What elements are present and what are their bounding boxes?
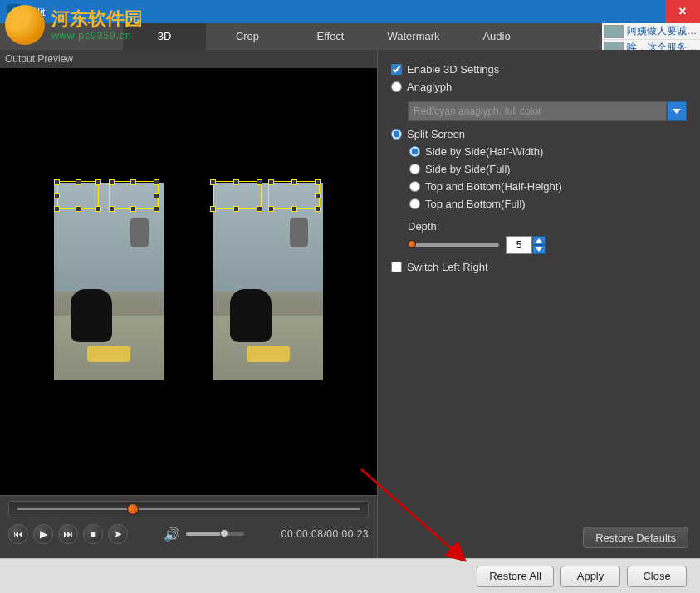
window-title: Edit <box>27 6 45 18</box>
tabbar: 3D Crop Effect Watermark Audio <box>0 23 700 50</box>
output-preview-label: Output Preview <box>0 50 377 68</box>
sbs-full-radio[interactable]: Side by Side(Full) <box>409 163 687 175</box>
footer: Restore All Apply Close <box>0 558 700 593</box>
sbs-half-radio[interactable]: Side by Side(Half-Width) <box>409 145 687 158</box>
tab-3d[interactable]: 3D <box>123 23 206 50</box>
close-window-button[interactable]: × <box>665 0 700 23</box>
background-list-item[interactable]: 阿姨做人要诚… <box>602 23 700 40</box>
volume-slider[interactable] <box>186 532 244 536</box>
switch-lr-checkbox[interactable]: Switch Left Right <box>391 261 687 273</box>
close-button[interactable]: Close <box>627 566 687 587</box>
depth-spinner-input[interactable] <box>506 236 532 254</box>
left-pane: Output Preview <box>0 50 378 558</box>
volume-icon[interactable]: 🔊 <box>163 527 181 542</box>
depth-spinner[interactable] <box>506 236 546 254</box>
sbs-half-label: Side by Side(Half-Width) <box>425 145 543 158</box>
switch-lr-label: Switch Left Right <box>407 261 488 273</box>
preview-frame-right <box>213 183 323 380</box>
stop-button[interactable]: ■ <box>83 524 103 544</box>
tab-audio[interactable]: Audio <box>455 23 538 50</box>
play-button[interactable]: ▶ <box>33 524 53 544</box>
apply-button[interactable]: Apply <box>560 566 620 587</box>
seek-bar[interactable] <box>8 501 369 517</box>
anaglyph-combo-input <box>408 101 667 121</box>
ff-button[interactable]: ⏭ <box>58 524 78 544</box>
preview-frame-left <box>54 183 164 380</box>
tb-full-radio[interactable]: Top and Bottom(Full) <box>409 198 687 210</box>
tb-full-label: Top and Bottom(Full) <box>425 198 526 210</box>
tab-watermark[interactable]: Watermark <box>372 23 455 50</box>
sbs-full-label: Side by Side(Full) <box>425 163 511 175</box>
anaglyph-combo-dropdown-button[interactable] <box>667 101 687 121</box>
chevron-up-icon <box>536 238 542 243</box>
crop-selection-overlay[interactable] <box>213 179 323 213</box>
enable-3d-label: Enable 3D Settings <box>407 63 499 76</box>
tb-half-radio[interactable]: Top and Bottom(Half-Height) <box>409 180 687 193</box>
transport-panel: ⏮ ▶ ⏭ ■ ➤ 🔊 00:00:08/00:00:23 <box>0 495 377 558</box>
app-icon <box>7 4 22 19</box>
enable-3d-checkbox[interactable]: Enable 3D Settings <box>391 63 687 76</box>
anaglyph-radio[interactable]: Anaglyph <box>391 81 687 93</box>
tb-half-label: Top and Bottom(Half-Height) <box>425 180 562 193</box>
depth-spinner-down[interactable] <box>532 245 546 254</box>
depth-spinner-up[interactable] <box>532 236 546 245</box>
split-screen-radio[interactable]: Split Screen <box>391 128 687 140</box>
chevron-down-icon <box>536 247 542 252</box>
right-pane: Enable 3D Settings Anaglyph Split Screen <box>378 50 700 558</box>
depth-label: Depth: <box>408 220 687 233</box>
time-display: 00:00:08/00:00:23 <box>281 528 369 540</box>
crop-selection-overlay[interactable] <box>54 179 164 213</box>
titlebar: Edit × <box>0 0 700 23</box>
seek-playhead[interactable] <box>127 503 139 515</box>
tab-effect[interactable]: Effect <box>289 23 372 50</box>
anaglyph-combo[interactable] <box>408 101 687 121</box>
restore-defaults-button[interactable]: Restore Defaults <box>583 527 688 548</box>
next-button[interactable]: ➤ <box>108 524 128 544</box>
video-preview <box>0 68 377 495</box>
depth-slider[interactable] <box>408 241 499 249</box>
tab-crop[interactable]: Crop <box>206 23 289 50</box>
prev-button[interactable]: ⏮ <box>8 524 28 544</box>
restore-all-button[interactable]: Restore All <box>477 566 554 587</box>
chevron-down-icon <box>673 109 681 114</box>
anaglyph-label: Anaglyph <box>407 81 452 93</box>
split-screen-label: Split Screen <box>407 128 465 140</box>
